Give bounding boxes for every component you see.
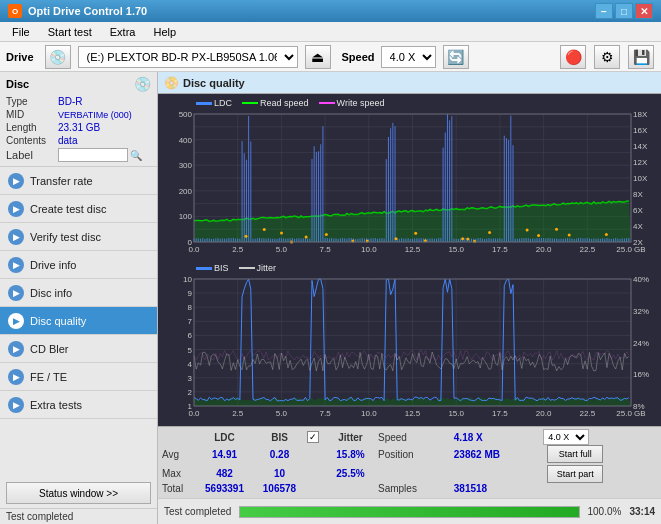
disc-contents-row: Contents data [6, 135, 151, 146]
nav-disc-quality[interactable]: ▶ Disc quality [0, 307, 157, 335]
nav-label-drive: Drive info [30, 259, 76, 271]
menu-bar: File Start test Extra Help [0, 22, 661, 42]
nav-icon-extra: ▶ [8, 397, 24, 413]
nav-icon-transfer: ▶ [8, 173, 24, 189]
drive-bar: Drive 💿 (E:) PLEXTOR BD-R PX-LB950SA 1.0… [0, 42, 661, 72]
eject-button[interactable]: ⏏ [305, 45, 331, 69]
nav-disc-info[interactable]: ▶ Disc info [0, 279, 157, 307]
app-title: Opti Drive Control 1.70 [28, 5, 147, 17]
total-label: Total [162, 483, 197, 494]
nav-cd-bler[interactable]: ▶ CD Bler [0, 335, 157, 363]
speed-label: Speed [342, 51, 375, 63]
nav-label-extra: Extra tests [30, 399, 82, 411]
nav-icon-verify: ▶ [8, 229, 24, 245]
nav-icon-drive: ▶ [8, 257, 24, 273]
jitter-checkbox[interactable]: ✓ [307, 431, 319, 443]
avg-jitter: 15.8% [323, 445, 378, 464]
max-jitter: 25.5% [323, 464, 378, 483]
disc-label-icon: 🔍 [130, 150, 142, 161]
drive-label: Drive [6, 51, 34, 63]
start-part-button[interactable]: Start part [547, 465, 603, 483]
disc-type-label: Type [6, 96, 58, 107]
max-bis: 10 [252, 464, 307, 483]
col-bis-header: BIS [252, 429, 307, 445]
drive-icon-btn[interactable]: 💿 [45, 45, 71, 69]
disc-panel: Disc 💿 Type BD-R MID VERBATIMe (000) Len… [0, 72, 157, 167]
content-area: 📀 Disc quality LDC Read speed [158, 72, 661, 524]
sidebar-status-bar: Test completed [0, 508, 157, 524]
max-ldc: 482 [197, 464, 252, 483]
menu-start-test[interactable]: Start test [40, 24, 100, 40]
bottom-status-bar: Test completed 100.0% 33:14 [158, 498, 661, 524]
stats-area: LDC BIS ✓ Jitter Speed 4.18 X 4.0 X [158, 426, 661, 498]
title-bar-left: O Opti Drive Control 1.70 [8, 4, 147, 18]
disc-title: Disc [6, 78, 29, 90]
speed-select[interactable]: 4.0 X [381, 46, 436, 68]
avg-label: Avg [162, 445, 197, 464]
disc-length-value: 23.31 GB [58, 122, 100, 133]
samples-value: 381518 [452, 483, 543, 494]
legend-read-label: Read speed [260, 98, 309, 108]
nav-create-test-disc[interactable]: ▶ Create test disc [0, 195, 157, 223]
legend-read-speed: Read speed [242, 98, 309, 108]
menu-file[interactable]: File [4, 24, 38, 40]
col-jitter-header: Jitter [323, 429, 378, 445]
disc-label-input[interactable] [58, 148, 128, 162]
total-ldc: 5693391 [197, 483, 252, 494]
title-bar-controls: − □ ✕ [595, 3, 653, 19]
nav-label-verify: Verify test disc [30, 231, 101, 243]
position-label: Position [378, 445, 452, 464]
nav-icon-quality: ▶ [8, 313, 24, 329]
nav-drive-info[interactable]: ▶ Drive info [0, 251, 157, 279]
content-header-title: Disc quality [183, 77, 245, 89]
nav-icon-bler: ▶ [8, 341, 24, 357]
status-window-button[interactable]: Status window >> [6, 482, 151, 504]
nav-verify-test-disc[interactable]: ▶ Verify test disc [0, 223, 157, 251]
content-header: 📀 Disc quality [158, 72, 661, 94]
top-chart-canvas [160, 96, 659, 260]
bottom-chart-legend: BIS Jitter [196, 263, 276, 273]
minimize-button[interactable]: − [595, 3, 613, 19]
progress-percent: 100.0% [588, 506, 622, 517]
drive-select[interactable]: (E:) PLEXTOR BD-R PX-LB950SA 1.06 [78, 46, 298, 68]
start-full-button[interactable]: Start full [547, 445, 603, 463]
sidebar: Disc 💿 Type BD-R MID VERBATIMe (000) Len… [0, 72, 158, 524]
nav-label-quality: Disc quality [30, 315, 86, 327]
progress-bar-inner [240, 507, 578, 517]
refresh-button[interactable]: 🔄 [443, 45, 469, 69]
nav-extra-tests[interactable]: ▶ Extra tests [0, 391, 157, 419]
total-bis: 106578 [252, 483, 307, 494]
disc-length-label: Length [6, 122, 58, 133]
top-chart-wrapper: LDC Read speed Write speed [160, 96, 659, 260]
stats-speed-select[interactable]: 4.0 X [543, 429, 589, 445]
legend-write-label: Write speed [337, 98, 385, 108]
disc-header: Disc 💿 [6, 76, 151, 92]
stats-table: LDC BIS ✓ Jitter Speed 4.18 X 4.0 X [162, 429, 657, 494]
legend-bis: BIS [196, 263, 229, 273]
disc-type-row: Type BD-R [6, 96, 151, 107]
save-button[interactable]: 💾 [628, 45, 654, 69]
nav-label-bler: CD Bler [30, 343, 69, 355]
burn-button[interactable]: 🔴 [560, 45, 586, 69]
legend-jitter: Jitter [239, 263, 277, 273]
menu-help[interactable]: Help [145, 24, 184, 40]
status-completed-text: Test completed [164, 506, 231, 517]
disc-label-row: Label 🔍 [6, 148, 151, 162]
maximize-button[interactable]: □ [615, 3, 633, 19]
legend-ldc: LDC [196, 98, 232, 108]
nav-transfer-rate[interactable]: ▶ Transfer rate [0, 167, 157, 195]
close-button[interactable]: ✕ [635, 3, 653, 19]
menu-extra[interactable]: Extra [102, 24, 144, 40]
stats-table-area: LDC BIS ✓ Jitter Speed 4.18 X 4.0 X [158, 427, 661, 498]
nav-label-disc-info: Disc info [30, 287, 72, 299]
disc-contents-value: data [58, 135, 77, 146]
main-area: Disc 💿 Type BD-R MID VERBATIMe (000) Len… [0, 72, 661, 524]
nav-label-fete: FE / TE [30, 371, 67, 383]
settings-button[interactable]: ⚙ [594, 45, 620, 69]
nav-icon-create: ▶ [8, 201, 24, 217]
max-label: Max [162, 464, 197, 483]
stats-total-row: Total 5693391 106578 Samples 381518 [162, 483, 657, 494]
legend-jitter-label: Jitter [257, 263, 277, 273]
nav-fe-te[interactable]: ▶ FE / TE [0, 363, 157, 391]
stats-avg-row: Avg 14.91 0.28 15.8% Position 23862 MB S… [162, 445, 657, 464]
